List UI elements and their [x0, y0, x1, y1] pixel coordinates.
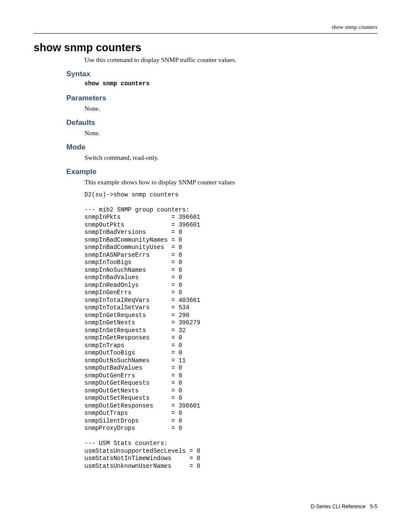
syntax-heading: Syntax: [66, 70, 377, 78]
example-output: D2(su)->show snmp counters --- mib2 SNMP…: [84, 191, 377, 470]
description: Use this command to display SNMP traffic…: [84, 56, 377, 64]
example-text: This example shows how to display SNMP c…: [84, 179, 377, 186]
running-header: show snmp counters: [34, 24, 377, 34]
parameters-heading: Parameters: [66, 94, 377, 103]
page-footer: D-Series CLI Reference 5-5: [311, 504, 377, 510]
example-heading: Example: [66, 168, 377, 176]
syntax-command: show snmp counters: [84, 80, 377, 88]
parameters-text: None.: [84, 105, 377, 112]
page-title: show snmp counters: [34, 41, 377, 54]
page: show snmp counters show snmp counters Us…: [0, 0, 411, 532]
footer-doc: D-Series CLI Reference: [311, 504, 365, 510]
footer-page: 5-5: [370, 504, 377, 510]
defaults-heading: Defaults: [66, 118, 377, 127]
mode-text: Switch command, read-only.: [84, 154, 377, 162]
mode-heading: Mode: [66, 143, 377, 152]
defaults-text: None.: [84, 130, 377, 137]
